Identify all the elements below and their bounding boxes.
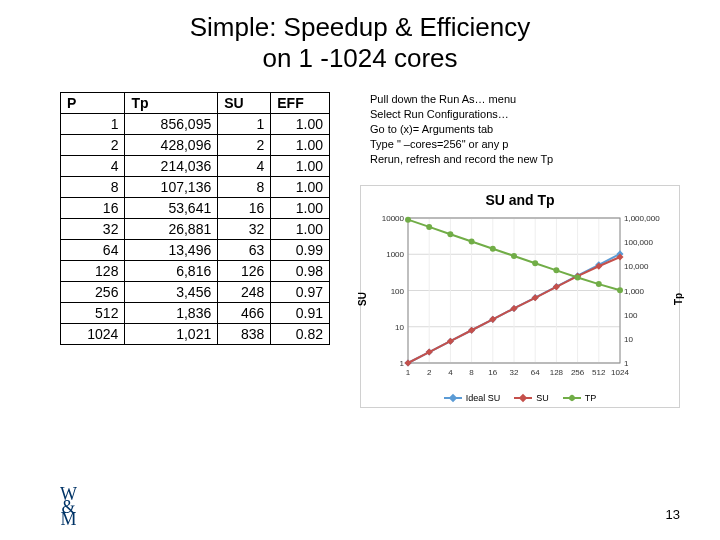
table-cell: 4 bbox=[61, 156, 125, 177]
svg-text:100: 100 bbox=[391, 286, 405, 295]
table-cell: 0.99 bbox=[271, 240, 330, 261]
svg-text:8: 8 bbox=[469, 368, 474, 377]
svg-text:10,000: 10,000 bbox=[624, 262, 649, 271]
data-point bbox=[510, 304, 517, 311]
table-row: 10241,0218380.82 bbox=[61, 324, 330, 345]
table-cell: 856,095 bbox=[125, 114, 218, 135]
data-point bbox=[447, 337, 454, 344]
instructions-block: Pull down the Run As… menuSelect Run Con… bbox=[360, 92, 680, 166]
table-cell: 1 bbox=[61, 114, 125, 135]
table-row: 5121,8364660.91 bbox=[61, 303, 330, 324]
data-point bbox=[426, 348, 433, 355]
data-point bbox=[405, 216, 411, 222]
table-cell: 466 bbox=[218, 303, 271, 324]
table-cell: 6,816 bbox=[125, 261, 218, 282]
table-cell: 0.97 bbox=[271, 282, 330, 303]
table-cell: 3,456 bbox=[125, 282, 218, 303]
table-cell: 8 bbox=[61, 177, 125, 198]
table-cell: 128 bbox=[61, 261, 125, 282]
svg-text:4: 4 bbox=[448, 368, 453, 377]
table-cell: 1,836 bbox=[125, 303, 218, 324]
table-panel: PTpSUEFF 1856,09511.002428,09621.004214,… bbox=[60, 92, 340, 407]
speedup-table: PTpSUEFF 1856,09511.002428,09621.004214,… bbox=[60, 92, 330, 345]
right-panel: Pull down the Run As… menuSelect Run Con… bbox=[340, 92, 680, 407]
table-cell: 512 bbox=[61, 303, 125, 324]
data-point bbox=[490, 245, 496, 251]
table-cell: 256 bbox=[61, 282, 125, 303]
instruction-line: Type " –cores=256" or any p bbox=[370, 137, 680, 152]
svg-text:100,000: 100,000 bbox=[624, 238, 653, 247]
instruction-line: Pull down the Run As… menu bbox=[370, 92, 680, 107]
legend-item: Ideal SU bbox=[444, 393, 501, 403]
title-line-1: Simple: Speedup & Efficiency bbox=[190, 12, 531, 42]
table-cell: 0.98 bbox=[271, 261, 330, 282]
legend-swatch bbox=[563, 397, 581, 399]
table-cell: 107,136 bbox=[125, 177, 218, 198]
data-point bbox=[468, 326, 475, 333]
table-cell: 13,496 bbox=[125, 240, 218, 261]
svg-text:16: 16 bbox=[488, 368, 497, 377]
title-line-2: on 1 -1024 cores bbox=[262, 43, 457, 73]
data-point bbox=[596, 281, 602, 287]
table-row: 1653,641161.00 bbox=[61, 198, 330, 219]
table-cell: 1.00 bbox=[271, 156, 330, 177]
instruction-line: Select Run Configurations… bbox=[370, 107, 680, 122]
table-cell: 1 bbox=[218, 114, 271, 135]
table-row: 2563,4562480.97 bbox=[61, 282, 330, 303]
svg-text:2: 2 bbox=[427, 368, 432, 377]
chart-legend: Ideal SUSUTP bbox=[369, 393, 671, 403]
svg-text:10: 10 bbox=[624, 334, 633, 343]
content-row: PTpSUEFF 1856,09511.002428,09621.004214,… bbox=[0, 92, 720, 407]
table-cell: 126 bbox=[218, 261, 271, 282]
table-cell: 1,021 bbox=[125, 324, 218, 345]
table-cell: 53,641 bbox=[125, 198, 218, 219]
data-point bbox=[511, 253, 517, 259]
table-cell: 838 bbox=[218, 324, 271, 345]
data-point bbox=[617, 287, 623, 293]
svg-text:10000: 10000 bbox=[382, 214, 405, 223]
legend-swatch bbox=[444, 397, 462, 399]
legend-label: Ideal SU bbox=[466, 393, 501, 403]
legend-item: SU bbox=[514, 393, 549, 403]
svg-text:1,000: 1,000 bbox=[624, 286, 645, 295]
table-row: 1286,8161260.98 bbox=[61, 261, 330, 282]
table-cell: 214,036 bbox=[125, 156, 218, 177]
instruction-line: Go to (x)= Arguments tab bbox=[370, 122, 680, 137]
y-axis-right-label: Tp bbox=[672, 293, 683, 305]
legend-item: TP bbox=[563, 393, 597, 403]
table-cell: 428,096 bbox=[125, 135, 218, 156]
table-cell: 248 bbox=[218, 282, 271, 303]
table-row: 3226,881321.00 bbox=[61, 219, 330, 240]
instruction-line: Rerun, refresh and record the new Tp bbox=[370, 152, 680, 167]
table-header: SU bbox=[218, 93, 271, 114]
table-header: P bbox=[61, 93, 125, 114]
svg-text:1000: 1000 bbox=[386, 250, 404, 259]
svg-text:1,000,000: 1,000,000 bbox=[624, 214, 660, 223]
svg-text:128: 128 bbox=[550, 368, 564, 377]
data-point bbox=[447, 231, 453, 237]
table-cell: 16 bbox=[61, 198, 125, 219]
table-cell: 0.91 bbox=[271, 303, 330, 324]
chart-plot: SU Tp 1101001000100001101001,00010,00010… bbox=[370, 212, 670, 387]
svg-text:1: 1 bbox=[624, 359, 629, 368]
table-row: 4214,03641.00 bbox=[61, 156, 330, 177]
svg-text:10: 10 bbox=[395, 322, 404, 331]
table-cell: 1.00 bbox=[271, 219, 330, 240]
table-cell: 1.00 bbox=[271, 177, 330, 198]
page-number: 13 bbox=[666, 507, 680, 522]
table-cell: 1.00 bbox=[271, 135, 330, 156]
table-cell: 2 bbox=[218, 135, 271, 156]
table-cell: 1.00 bbox=[271, 114, 330, 135]
data-point bbox=[575, 274, 581, 280]
data-point bbox=[553, 267, 559, 273]
table-row: 8107,13681.00 bbox=[61, 177, 330, 198]
chart-svg: 1101001000100001101001,00010,000100,0001… bbox=[370, 212, 670, 387]
table-cell: 64 bbox=[61, 240, 125, 261]
data-point bbox=[404, 359, 411, 366]
table-cell: 0.82 bbox=[271, 324, 330, 345]
table-row: 6413,496630.99 bbox=[61, 240, 330, 261]
legend-swatch bbox=[514, 397, 532, 399]
table-header: EFF bbox=[271, 93, 330, 114]
table-row: 2428,09621.00 bbox=[61, 135, 330, 156]
table-cell: 16 bbox=[218, 198, 271, 219]
